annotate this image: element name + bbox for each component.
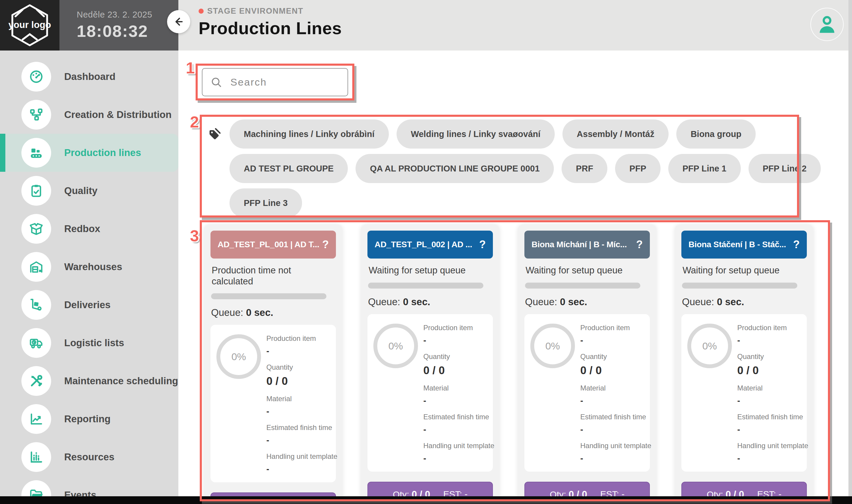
production-line-card[interactable]: AD_TEST_PL_002 | AD ... ? Waiting for se… (361, 225, 499, 504)
chip-row: Machining lines / Linky obrábìní Welding… (230, 120, 821, 149)
help-icon[interactable]: ? (793, 238, 800, 251)
field-value: - (737, 336, 801, 345)
open-box-icon (21, 214, 51, 244)
card-header[interactable]: AD_TEST_PL_001 | AD T... ? (211, 231, 336, 258)
filter-chip[interactable]: PFP Line 2 (748, 154, 821, 183)
bar-chart-icon (21, 442, 51, 472)
sidebar-item-deliveries[interactable]: Deliveries (0, 286, 178, 324)
card-header[interactable]: AD_TEST_PL_002 | AD ... ? (368, 231, 493, 258)
filter-chip[interactable]: QA AL PRODUCTION LINE GROUPE 0001 (356, 154, 554, 183)
field-label: Estimated finish time (266, 424, 330, 432)
sidebar-item-label: Warehouses (64, 261, 122, 272)
field-label: Estimated finish time (423, 413, 487, 421)
scrollbar[interactable] (848, 0, 852, 504)
progress-percent: 0% (545, 340, 560, 352)
card-status: Waiting for setup queue (526, 265, 644, 276)
card-details: 0% Production item - Quantity 0 / 0 Mate… (368, 314, 493, 472)
back-button[interactable] (167, 10, 190, 33)
sidebar-item-dashboard[interactable]: Dashboard (0, 58, 178, 96)
sidebar-item-redbox[interactable]: Redbox (0, 210, 178, 248)
chip-rows: Machining lines / Linky obrábìní Welding… (230, 120, 821, 223)
help-icon[interactable]: ? (636, 238, 643, 251)
field-label: Material (266, 395, 330, 403)
search-box[interactable] (202, 68, 348, 96)
sidebar-item-maintenance-scheduling[interactable]: Maintenance scheduling (0, 362, 178, 400)
top-bar: your logo Neděle 23. 2. 2025 18:08:32 ST… (0, 0, 852, 51)
hand-truck-icon (21, 290, 51, 320)
sidebar-item-label: Production lines (64, 147, 141, 158)
field-label: Material (580, 384, 644, 392)
sidebar-item-label: Resources (64, 451, 114, 463)
progress-percent: 0% (231, 351, 246, 363)
queue-label: Queue: (368, 296, 400, 307)
card-title: AD_TEST_PL_002 | AD ... (375, 240, 472, 249)
environment-label: STAGE ENVIRONMENT (207, 6, 303, 16)
sidebar-item-quality[interactable]: Quality (0, 172, 178, 210)
environment-row: STAGE ENVIRONMENT (199, 6, 342, 16)
queue-time: Queue: 0 sec. (211, 307, 335, 318)
help-icon[interactable]: ? (479, 238, 486, 251)
field-value: - (580, 396, 644, 406)
production-line-card[interactable]: Biona Stáčení | B - Stáč... ? Waiting fo… (675, 225, 813, 504)
search-icon (210, 76, 223, 89)
sidebar-item-label: Deliveries (64, 299, 111, 310)
svg-text:your logo: your logo (8, 19, 51, 30)
field-value: 0 / 0 (580, 364, 644, 377)
sidebar-item-logistic-lists[interactable]: Logistic lists (0, 324, 178, 362)
environment-dot-icon (199, 8, 203, 14)
sidebar-item-label: Quality (64, 185, 97, 196)
card-status: Waiting for setup queue (682, 265, 801, 276)
progress-bar (211, 293, 326, 299)
field-value: - (737, 453, 801, 463)
card-title: Biona Stáčení | B - Stáč... (689, 240, 786, 249)
card-fields: Production item - Quantity 0 / 0 Materia… (580, 322, 644, 463)
card-details: 0% Production item - Quantity 0 / 0 Mate… (525, 314, 650, 472)
page-header: STAGE ENVIRONMENT Production Lines (199, 6, 342, 38)
help-icon[interactable]: ? (322, 238, 329, 251)
progress-bar (525, 283, 640, 289)
filter-chip[interactable]: PFP (615, 154, 660, 183)
production-line-card[interactable]: AD_TEST_PL_001 | AD T... ? Production ti… (204, 225, 342, 504)
progress-ring: 0% (687, 324, 732, 368)
card-status: Production time not calculated (212, 265, 331, 287)
filter-chip[interactable]: Welding lines / Linky svaøování (396, 120, 555, 149)
sidebar-item-resources[interactable]: Resources (0, 438, 178, 476)
user-avatar[interactable] (810, 8, 844, 41)
filter-chip[interactable]: Machining lines / Linky obrábìní (230, 120, 389, 149)
sidebar-item-label: Logistic lists (64, 337, 124, 348)
filter-chip[interactable]: Assembly / Montáž (563, 120, 669, 149)
progress-ring: 0% (530, 324, 575, 368)
warehouse-icon (21, 252, 51, 282)
datetime-box: Neděle 23. 2. 2025 18:08:32 (59, 0, 178, 51)
progress-ring: 0% (216, 334, 261, 379)
card-header[interactable]: Biona Stáčení | B - Stáč... ? (681, 231, 807, 258)
filter-chip[interactable]: PFP Line 1 (668, 154, 741, 183)
sidebar-item-production-lines[interactable]: Production lines (0, 134, 178, 172)
production-line-card[interactable]: Biona Míchání | B - Míc... ? Waiting for… (518, 225, 656, 504)
annotation-label-3: 3 (190, 227, 199, 245)
clipboard-check-icon (21, 176, 51, 206)
filter-chip[interactable]: Biona group (676, 120, 756, 149)
annotation-label-1: 1 (186, 58, 195, 77)
field-label: Production item (266, 334, 330, 343)
field-value: - (423, 396, 487, 406)
sidebar-item-reporting[interactable]: Reporting (0, 400, 178, 438)
field-label: Handling unit template (737, 442, 801, 450)
field-label: Estimated finish time (737, 413, 801, 421)
sidebar-item-warehouses[interactable]: Warehouses (0, 248, 178, 286)
card-details: 0% Production item - Quantity 0 / 0 Mate… (681, 314, 807, 472)
queue-value: 0 sec. (246, 307, 273, 318)
workflow-icon (21, 100, 51, 130)
filter-chip[interactable]: PFP Line 3 (230, 188, 302, 217)
search-input[interactable] (230, 76, 338, 88)
card-header[interactable]: Biona Míchání | B - Míc... ? (525, 231, 650, 258)
field-value: - (266, 435, 330, 445)
sidebar-item-label: Maintenance scheduling (64, 375, 178, 386)
filter-chip[interactable]: PRF (562, 154, 607, 183)
field-label: Production item (737, 324, 801, 332)
tag-icon (208, 127, 222, 142)
filter-chip[interactable]: AD TEST PL GROUPE (230, 154, 348, 183)
sidebar-item-creation-distribution[interactable]: Creation & Distribution (0, 96, 178, 134)
field-label: Quantity (580, 353, 644, 361)
field-label: Quantity (423, 353, 487, 361)
